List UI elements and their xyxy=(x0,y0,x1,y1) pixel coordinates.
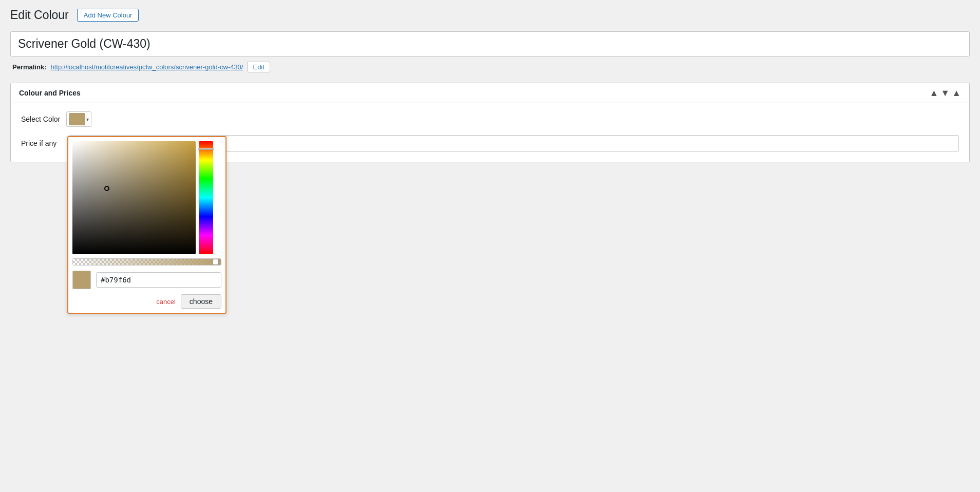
hue-indicator xyxy=(198,148,214,150)
color-picker-popup: cancel choose xyxy=(67,136,227,314)
meta-box: Colour and Prices ▲ ▼ ▲ Select Color ▾ xyxy=(10,83,970,162)
alpha-row xyxy=(72,258,221,266)
gradient-background xyxy=(72,141,196,254)
color-swatch-preview xyxy=(69,113,85,125)
meta-box-header: Colour and Prices ▲ ▼ ▲ xyxy=(11,83,969,103)
name-input-wrap xyxy=(10,31,970,56)
permalink-row: Permalink: http://localhost/motifcreativ… xyxy=(10,62,970,72)
color-gradient-area xyxy=(72,141,221,254)
page-title: Edit Colour xyxy=(10,8,69,22)
picker-actions: cancel choose xyxy=(72,294,221,309)
choose-button[interactable]: choose xyxy=(181,294,221,309)
meta-box-title: Colour and Prices xyxy=(19,89,81,97)
hex-input[interactable] xyxy=(96,272,221,288)
color-swatch-button[interactable]: ▾ xyxy=(66,111,91,127)
cancel-button[interactable]: cancel xyxy=(156,298,176,306)
permalink-label: Permalink: xyxy=(12,63,46,71)
color-cursor xyxy=(104,186,109,191)
hue-strip[interactable] xyxy=(199,141,213,254)
colour-name-input[interactable] xyxy=(18,37,962,51)
select-color-row: Select Color ▾ xyxy=(21,111,959,127)
meta-box-controls: ▲ ▼ ▲ xyxy=(930,88,961,98)
color-gradient-canvas[interactable] xyxy=(72,141,196,254)
price-label: Price if any xyxy=(21,135,62,147)
dropdown-arrow-icon: ▾ xyxy=(86,117,89,122)
color-preview-row xyxy=(72,271,221,289)
collapse-down-icon[interactable]: ▼ xyxy=(940,88,950,98)
permalink-link[interactable]: http://localhost/motifcreatives/pcfw_col… xyxy=(50,63,243,71)
add-new-colour-button[interactable]: Add New Colour xyxy=(77,9,139,22)
alpha-slider[interactable] xyxy=(72,258,221,266)
current-color-swatch xyxy=(72,271,91,289)
alpha-thumb xyxy=(213,259,219,265)
edit-slug-button[interactable]: Edit xyxy=(247,62,270,72)
collapse-up-icon[interactable]: ▲ xyxy=(930,88,939,98)
select-color-label: Select Color xyxy=(21,115,60,123)
collapse-toggle-icon[interactable]: ▲ xyxy=(952,88,961,98)
page-header: Edit Colour Add New Colour xyxy=(10,8,970,22)
meta-box-body: Select Color ▾ xyxy=(11,103,969,162)
